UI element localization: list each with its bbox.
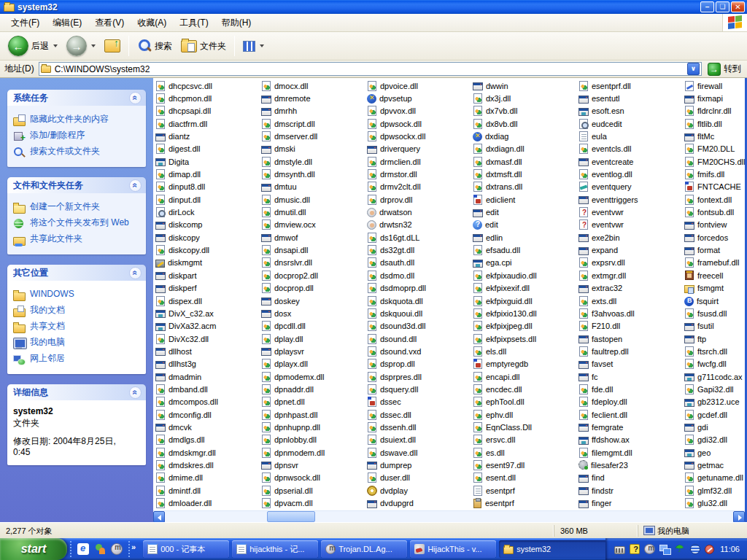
file-item[interactable]: fsmgmt (684, 282, 745, 295)
file-item[interactable]: eventcls.dll (578, 143, 684, 155)
file-item[interactable]: dxmasf.dll (473, 155, 578, 168)
collapse-chevron-icon[interactable] (129, 179, 142, 192)
file-item[interactable]: encapi.dll (473, 370, 578, 383)
collapse-chevron-icon[interactable] (129, 386, 142, 399)
file-item[interactable]: diactfrm.dll (155, 117, 261, 130)
file-item[interactable]: dhcpcsvc.dll (155, 79, 261, 92)
file-item[interactable]: eventlog.dll (578, 168, 684, 180)
menu-item[interactable]: 收藏(A) (131, 15, 173, 31)
file-item[interactable]: glu32.dll (684, 497, 745, 509)
scrollbar-thumb[interactable] (267, 511, 315, 522)
file-item[interactable]: ekfpixaudio.dll (473, 269, 578, 281)
file-item[interactable]: dxdiag (473, 130, 578, 142)
file-item[interactable]: dmloader.dll (155, 497, 261, 509)
panel-header-other-places[interactable]: 其它位置 (7, 265, 146, 281)
file-item[interactable]: fltlib.dll (684, 117, 745, 130)
file-item[interactable]: dmutil.dll (261, 206, 367, 218)
file-item[interactable]: dnsapi.dll (261, 244, 367, 256)
file-item[interactable]: dirLock (155, 206, 261, 218)
file-item[interactable]: fdeploy.dll (578, 396, 684, 408)
file-item[interactable]: driverquery (367, 143, 473, 155)
file-item[interactable]: drwtsn32 (367, 219, 473, 231)
sidebar-item[interactable]: 将这个文件夹发布到 Web (13, 215, 142, 231)
file-item[interactable]: dosx (261, 307, 367, 319)
file-item[interactable]: finger (578, 497, 684, 509)
menu-item[interactable]: 工具(T) (173, 15, 214, 31)
file-item[interactable]: dsprop.dll (367, 358, 473, 370)
taskbar-button[interactable]: Trojan.DL.Ag... (321, 540, 407, 558)
file-item[interactable]: dinput8.dll (155, 181, 261, 193)
file-item[interactable]: diskpart (155, 269, 261, 281)
start-button[interactable]: start (0, 538, 67, 560)
file-item[interactable]: dx3j.dll (473, 92, 578, 104)
file-item[interactable]: expsrv.dll (578, 257, 684, 269)
file-item[interactable]: fsutil (684, 320, 745, 332)
sidebar-item[interactable]: 创建一个新文件夹 (13, 199, 142, 215)
quick-launch-overflow-icon[interactable]: » (131, 542, 136, 551)
file-item[interactable]: dxtrans.dll (473, 181, 578, 193)
file-item[interactable]: ekfpixio130.dll (473, 307, 578, 319)
address-dropdown-button[interactable] (687, 63, 700, 75)
file-item[interactable]: ersvc.dll (473, 434, 578, 446)
file-item[interactable]: dumprep (367, 459, 473, 471)
file-item[interactable]: FNTCACHE (684, 181, 745, 193)
file-item[interactable]: dsound3d.dll (367, 320, 473, 332)
folders-button[interactable]: 文件夹 (177, 39, 230, 54)
file-item[interactable]: diskperf (155, 282, 261, 295)
file-item[interactable]: dsquery.dll (367, 383, 473, 395)
address-input[interactable]: C:\WINDOWS\system32 (39, 62, 702, 76)
back-dropdown-icon[interactable] (53, 44, 58, 47)
file-item[interactable]: find (578, 472, 684, 484)
file-item[interactable]: fwcfg.dll (684, 358, 745, 370)
file-item[interactable]: es.dll (473, 446, 578, 459)
file-item[interactable]: dpserial.dll (261, 484, 367, 497)
file-item[interactable]: esent.dll (473, 472, 578, 484)
file-item[interactable]: encdec.dll (473, 383, 578, 395)
file-item[interactable]: framebuf.dll (684, 257, 745, 269)
file-item[interactable]: dskquota.dll (367, 295, 473, 307)
sidebar-item[interactable]: 隐藏此文件夹的内容 (13, 112, 142, 128)
file-item[interactable]: gdi (684, 421, 745, 433)
file-item[interactable]: eventvwr (578, 219, 684, 231)
menu-item[interactable]: 文件(F) (4, 15, 46, 31)
file-item[interactable]: dssec (367, 396, 473, 408)
taskbar-button[interactable]: 000 - 记事本 (143, 540, 229, 558)
ie-icon[interactable] (77, 543, 89, 555)
file-item[interactable]: dmcompos.dll (155, 396, 261, 408)
file-item[interactable]: exe2bin (578, 231, 684, 244)
file-item[interactable]: getuname.dll (684, 472, 745, 484)
file-item[interactable]: dvdupgrd (367, 497, 473, 509)
file-item[interactable]: dmime.dll (155, 472, 261, 484)
file-item[interactable]: ephv.dll (473, 408, 578, 421)
file-item[interactable]: FM20CHS.dll (684, 155, 745, 168)
menu-item[interactable]: 查看(V) (88, 15, 131, 31)
file-item[interactable]: dmremote (261, 92, 367, 104)
file-item[interactable]: fmifs.dll (684, 168, 745, 180)
file-item[interactable]: eventcreate (578, 155, 684, 168)
file-item[interactable]: fde.dll (578, 383, 684, 395)
file-item[interactable]: els.dll (473, 345, 578, 357)
file-item[interactable]: dmstyle.dll (261, 155, 367, 168)
file-item[interactable]: diantz (155, 130, 261, 142)
file-item[interactable]: drmv2clt.dll (367, 181, 473, 193)
file-item[interactable]: fc (578, 370, 684, 383)
file-item[interactable]: ds16gt.dLL (367, 231, 473, 244)
file-item[interactable]: edit (473, 219, 578, 231)
file-item[interactable]: diskcopy.dll (155, 244, 261, 256)
file-item[interactable]: dmusic.dll (261, 193, 367, 206)
file-item[interactable]: dx7vb.dll (473, 105, 578, 117)
file-item[interactable]: drwatson (367, 206, 473, 218)
file-item[interactable]: dimap.dll (155, 168, 261, 180)
file-item[interactable]: dpnhupnp.dll (261, 421, 367, 433)
file-item[interactable]: dsound.dll (367, 332, 473, 345)
file-item[interactable]: FM20.DLL (684, 143, 745, 155)
file-item[interactable]: dplayx.dll (261, 358, 367, 370)
file-item[interactable]: filemgmt.dll (578, 446, 684, 459)
file-item[interactable]: dmdskmgr.dll (155, 446, 261, 459)
sidebar-item[interactable]: WINDOWS (13, 287, 142, 303)
file-item[interactable]: dx8vb.dll (473, 117, 578, 130)
up-button[interactable] (101, 38, 124, 54)
file-item[interactable]: fldrclnr.dll (684, 105, 745, 117)
minimize-button[interactable] (700, 1, 714, 12)
file-item[interactable]: fsquirt (684, 295, 745, 307)
